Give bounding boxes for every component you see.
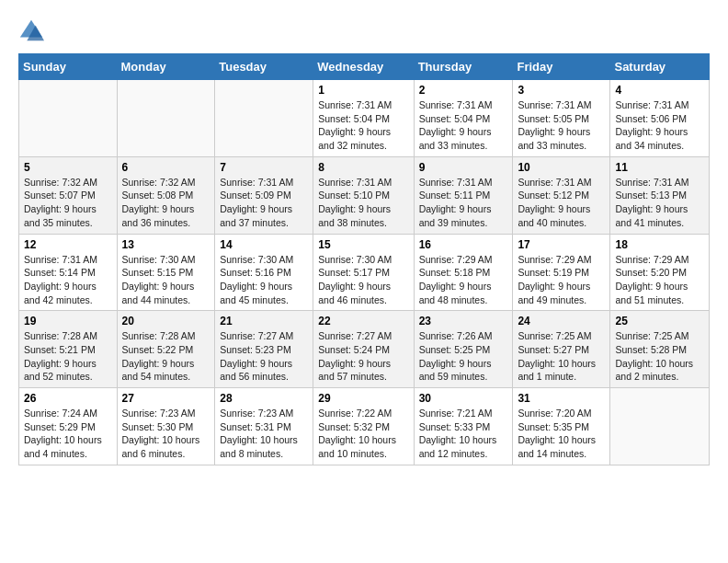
day-number: 7 [220,161,308,174]
calendar-cell: 21Sunrise: 7:27 AM Sunset: 5:23 PM Dayli… [215,311,313,388]
header-row: SundayMondayTuesdayWednesdayThursdayFrid… [19,54,710,80]
day-number: 15 [318,238,408,251]
day-info: Sunrise: 7:31 AM Sunset: 5:04 PM Dayligh… [419,98,508,153]
calendar-week-4: 19Sunrise: 7:28 AM Sunset: 5:21 PM Dayli… [19,311,710,388]
day-number: 20 [122,315,210,327]
day-number: 26 [24,392,112,405]
day-number: 2 [419,84,508,97]
day-number: 12 [24,238,112,251]
day-number: 23 [419,315,508,327]
day-number: 11 [615,161,704,174]
day-number: 1 [318,84,408,97]
header-day-sunday: Sunday [19,54,118,80]
calendar-cell: 7Sunrise: 7:31 AM Sunset: 5:09 PM Daylig… [215,156,313,234]
header-day-tuesday: Tuesday [215,54,313,80]
day-info: Sunrise: 7:28 AM Sunset: 5:22 PM Dayligh… [122,329,210,384]
calendar-cell: 24Sunrise: 7:25 AM Sunset: 5:27 PM Dayli… [513,311,610,388]
calendar-cell: 14Sunrise: 7:30 AM Sunset: 5:16 PM Dayli… [215,234,313,311]
calendar-cell [117,80,215,157]
day-info: Sunrise: 7:23 AM Sunset: 5:31 PM Dayligh… [220,407,308,461]
calendar-cell [19,80,118,157]
calendar-cell: 30Sunrise: 7:21 AM Sunset: 5:33 PM Dayli… [414,388,513,465]
day-info: Sunrise: 7:29 AM Sunset: 5:19 PM Dayligh… [518,253,605,307]
calendar-cell: 10Sunrise: 7:31 AM Sunset: 5:12 PM Dayli… [513,156,610,234]
day-info: Sunrise: 7:31 AM Sunset: 5:13 PM Dayligh… [615,176,704,230]
header-day-wednesday: Wednesday [313,54,414,80]
day-info: Sunrise: 7:30 AM Sunset: 5:17 PM Dayligh… [318,253,408,307]
day-info: Sunrise: 7:28 AM Sunset: 5:21 PM Dayligh… [24,329,112,384]
calendar-week-2: 5Sunrise: 7:32 AM Sunset: 5:07 PM Daylig… [19,156,710,234]
header-day-monday: Monday [117,54,215,80]
calendar-cell: 15Sunrise: 7:30 AM Sunset: 5:17 PM Dayli… [313,234,414,311]
calendar-cell: 6Sunrise: 7:32 AM Sunset: 5:08 PM Daylig… [117,156,215,234]
day-number: 8 [318,161,408,174]
day-number: 5 [24,161,112,174]
calendar-cell: 26Sunrise: 7:24 AM Sunset: 5:29 PM Dayli… [19,388,118,465]
day-number: 22 [318,315,408,327]
page-header [18,18,710,44]
calendar-header: SundayMondayTuesdayWednesdayThursdayFrid… [19,54,710,80]
header-day-friday: Friday [513,54,610,80]
calendar-cell: 20Sunrise: 7:28 AM Sunset: 5:22 PM Dayli… [117,311,215,388]
day-info: Sunrise: 7:30 AM Sunset: 5:15 PM Dayligh… [122,253,210,307]
day-info: Sunrise: 7:22 AM Sunset: 5:32 PM Dayligh… [318,407,408,461]
calendar-cell: 25Sunrise: 7:25 AM Sunset: 5:28 PM Dayli… [610,311,710,388]
calendar-cell: 16Sunrise: 7:29 AM Sunset: 5:18 PM Dayli… [414,234,513,311]
calendar-week-5: 26Sunrise: 7:24 AM Sunset: 5:29 PM Dayli… [19,388,710,465]
calendar-cell: 28Sunrise: 7:23 AM Sunset: 5:31 PM Dayli… [215,388,313,465]
day-info: Sunrise: 7:23 AM Sunset: 5:30 PM Dayligh… [122,407,210,461]
calendar-cell [610,388,710,465]
day-number: 3 [518,84,605,97]
calendar-cell: 5Sunrise: 7:32 AM Sunset: 5:07 PM Daylig… [19,156,118,234]
calendar-cell: 23Sunrise: 7:26 AM Sunset: 5:25 PM Dayli… [414,311,513,388]
calendar-table: SundayMondayTuesdayWednesdayThursdayFrid… [18,53,710,465]
header-day-thursday: Thursday [414,54,513,80]
day-info: Sunrise: 7:20 AM Sunset: 5:35 PM Dayligh… [518,407,605,461]
day-info: Sunrise: 7:25 AM Sunset: 5:28 PM Dayligh… [615,329,704,384]
day-info: Sunrise: 7:31 AM Sunset: 5:12 PM Dayligh… [518,176,605,230]
day-info: Sunrise: 7:26 AM Sunset: 5:25 PM Dayligh… [419,329,508,384]
calendar-cell: 9Sunrise: 7:31 AM Sunset: 5:11 PM Daylig… [414,156,513,234]
day-number: 31 [518,392,605,405]
day-number: 9 [419,161,508,174]
header-day-saturday: Saturday [610,54,710,80]
calendar-cell: 19Sunrise: 7:28 AM Sunset: 5:21 PM Dayli… [19,311,118,388]
day-number: 13 [122,238,210,251]
day-info: Sunrise: 7:31 AM Sunset: 5:14 PM Dayligh… [24,253,112,307]
logo-icon [18,18,44,44]
day-number: 17 [518,238,605,251]
day-number: 18 [615,238,704,251]
day-info: Sunrise: 7:25 AM Sunset: 5:27 PM Dayligh… [518,329,605,384]
calendar-cell: 12Sunrise: 7:31 AM Sunset: 5:14 PM Dayli… [19,234,118,311]
day-number: 14 [220,238,308,251]
calendar-cell: 8Sunrise: 7:31 AM Sunset: 5:10 PM Daylig… [313,156,414,234]
calendar-cell: 2Sunrise: 7:31 AM Sunset: 5:04 PM Daylig… [414,80,513,157]
day-number: 6 [122,161,210,174]
calendar-cell [215,80,313,157]
calendar-cell: 11Sunrise: 7:31 AM Sunset: 5:13 PM Dayli… [610,156,710,234]
day-info: Sunrise: 7:30 AM Sunset: 5:16 PM Dayligh… [220,253,308,307]
day-number: 25 [615,315,704,327]
day-info: Sunrise: 7:31 AM Sunset: 5:04 PM Dayligh… [318,98,408,153]
calendar-cell: 31Sunrise: 7:20 AM Sunset: 5:35 PM Dayli… [513,388,610,465]
calendar-cell: 13Sunrise: 7:30 AM Sunset: 5:15 PM Dayli… [117,234,215,311]
day-info: Sunrise: 7:27 AM Sunset: 5:23 PM Dayligh… [220,329,308,384]
day-info: Sunrise: 7:29 AM Sunset: 5:18 PM Dayligh… [419,253,508,307]
day-info: Sunrise: 7:31 AM Sunset: 5:06 PM Dayligh… [615,98,704,153]
calendar-cell: 4Sunrise: 7:31 AM Sunset: 5:06 PM Daylig… [610,80,710,157]
day-info: Sunrise: 7:21 AM Sunset: 5:33 PM Dayligh… [419,407,508,461]
calendar-cell: 18Sunrise: 7:29 AM Sunset: 5:20 PM Dayli… [610,234,710,311]
day-number: 30 [419,392,508,405]
calendar-week-3: 12Sunrise: 7:31 AM Sunset: 5:14 PM Dayli… [19,234,710,311]
day-info: Sunrise: 7:31 AM Sunset: 5:10 PM Dayligh… [318,176,408,230]
day-info: Sunrise: 7:31 AM Sunset: 5:09 PM Dayligh… [220,176,308,230]
calendar-body: 1Sunrise: 7:31 AM Sunset: 5:04 PM Daylig… [19,80,710,465]
calendar-cell: 17Sunrise: 7:29 AM Sunset: 5:19 PM Dayli… [513,234,610,311]
day-info: Sunrise: 7:32 AM Sunset: 5:08 PM Dayligh… [122,176,210,230]
calendar-cell: 1Sunrise: 7:31 AM Sunset: 5:04 PM Daylig… [313,80,414,157]
day-number: 10 [518,161,605,174]
calendar-cell: 27Sunrise: 7:23 AM Sunset: 5:30 PM Dayli… [117,388,215,465]
calendar-week-1: 1Sunrise: 7:31 AM Sunset: 5:04 PM Daylig… [19,80,710,157]
calendar-cell: 29Sunrise: 7:22 AM Sunset: 5:32 PM Dayli… [313,388,414,465]
day-info: Sunrise: 7:31 AM Sunset: 5:11 PM Dayligh… [419,176,508,230]
